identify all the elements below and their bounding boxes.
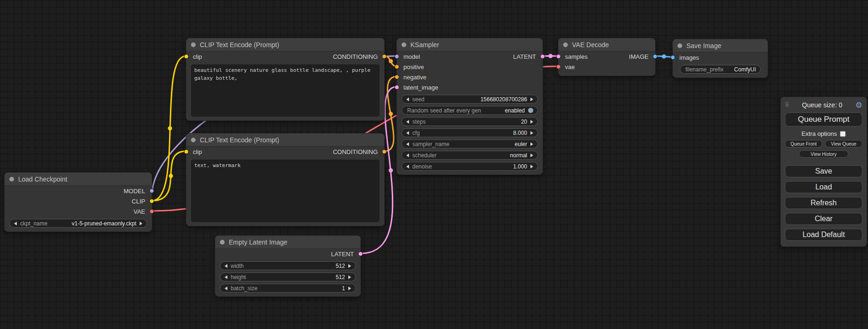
node-titlebar[interactable]: Save Image: [673, 39, 768, 52]
node-titlebar[interactable]: Empty Latent Image: [215, 236, 360, 249]
input-port-images[interactable]: [670, 55, 675, 60]
widget-label: filename_prefix: [685, 66, 723, 73]
output-row-vae: VAE: [5, 206, 152, 217]
output-label-conditioning: CONDITIONING: [333, 148, 378, 155]
node-clip-text-encode-negative[interactable]: CLIP Text Encode (Prompt) clip CONDITION…: [186, 133, 385, 226]
clear-button[interactable]: Clear: [785, 213, 862, 225]
collapse-dot-icon[interactable]: [677, 43, 682, 48]
node-titlebar[interactable]: KSampler: [397, 38, 543, 51]
node-titlebar[interactable]: CLIP Text Encode (Prompt): [186, 133, 384, 147]
widget-label: Random seed after every gen: [407, 107, 481, 114]
toggle-dot-icon[interactable]: [528, 108, 533, 113]
steps-number-widget[interactable]: steps 20: [402, 117, 538, 126]
node-vae-decode[interactable]: VAE Decode samples IMAGE vae: [558, 38, 656, 76]
increment-arrow-icon[interactable]: [530, 120, 533, 124]
decrement-arrow-icon[interactable]: [225, 264, 227, 268]
input-port-model[interactable]: [395, 54, 399, 59]
input-port-clip[interactable]: [184, 149, 189, 154]
decrement-arrow-icon[interactable]: [406, 120, 409, 124]
graph-canvas[interactable]: Load Checkpoint MODEL CLIP VAE ckpt_name…: [0, 0, 868, 329]
output-label-clip: CLIP: [132, 198, 145, 205]
collapse-dot-icon[interactable]: [9, 177, 14, 182]
next-value-arrow-icon[interactable]: [140, 222, 142, 225]
output-port-conditioning[interactable]: [382, 149, 387, 154]
prompt-text-area[interactable]: beautiful scenery nature glass bottle la…: [191, 64, 380, 117]
input-label-positive: positive: [403, 63, 424, 70]
seed-number-widget[interactable]: seed 156680208700286: [402, 95, 538, 104]
increment-arrow-icon[interactable]: [348, 264, 351, 268]
output-port-model[interactable]: [149, 189, 154, 193]
decrement-arrow-icon[interactable]: [406, 131, 409, 135]
decrement-arrow-icon[interactable]: [225, 275, 227, 279]
load-default-button[interactable]: Load Default: [785, 229, 862, 241]
decrement-arrow-icon[interactable]: [225, 287, 227, 290]
increment-arrow-icon[interactable]: [348, 287, 351, 290]
output-row-model: MODEL: [5, 186, 152, 196]
denoise-number-widget[interactable]: denoise 1.000: [402, 162, 538, 171]
input-port-clip[interactable]: [184, 54, 189, 59]
node-empty-latent-image[interactable]: Empty Latent Image LATENT width 512 heig…: [215, 235, 361, 297]
increment-arrow-icon[interactable]: [530, 131, 533, 135]
node-ksampler[interactable]: KSampler model LATENT positive negative …: [396, 38, 543, 175]
node-titlebar[interactable]: VAE Decode: [558, 38, 655, 51]
output-port-vae[interactable]: [149, 209, 154, 214]
decrement-arrow-icon[interactable]: [406, 98, 409, 101]
widget-value: euler: [515, 141, 527, 147]
output-port-conditioning[interactable]: [382, 54, 387, 59]
width-number-widget[interactable]: width 512: [220, 261, 356, 270]
extra-options-checkbox[interactable]: [840, 131, 846, 137]
output-port-clip[interactable]: [149, 199, 154, 203]
node-title: VAE Decode: [572, 41, 609, 49]
widget-label: ckpt_name: [20, 220, 48, 227]
widget-value: 20: [521, 119, 527, 125]
ckpt-name-combo-widget[interactable]: ckpt_name v1-5-pruned-emaonly.ckpt: [9, 219, 147, 228]
random-seed-toggle-widget[interactable]: Random seed after every gen enabled: [402, 106, 538, 115]
output-port-image[interactable]: [653, 54, 657, 59]
decrement-arrow-icon[interactable]: [406, 165, 409, 168]
queue-panel: ⠿ Queue size: 0 ⚙ Queue Prompt Extra opt…: [780, 97, 867, 247]
view-queue-button[interactable]: View Queue: [825, 140, 862, 147]
output-port-latent[interactable]: [358, 252, 363, 256]
filename-prefix-text-widget[interactable]: filename_prefix ComfyUI: [680, 65, 761, 74]
scheduler-combo-widget[interactable]: scheduler normal: [402, 151, 538, 160]
node-clip-text-encode-positive[interactable]: CLIP Text Encode (Prompt) clip CONDITION…: [186, 38, 385, 121]
node-load-checkpoint[interactable]: Load Checkpoint MODEL CLIP VAE ckpt_name…: [4, 172, 152, 232]
height-number-widget[interactable]: height 512: [220, 273, 356, 281]
prev-value-arrow-icon[interactable]: [406, 154, 409, 157]
input-port-positive[interactable]: [395, 64, 399, 69]
node-save-image[interactable]: Save Image images filename_prefix ComfyU…: [672, 39, 768, 78]
prev-value-arrow-icon[interactable]: [14, 222, 17, 225]
input-port-latent-image[interactable]: [395, 85, 399, 90]
queue-prompt-button[interactable]: Queue Prompt: [785, 112, 862, 126]
next-value-arrow-icon[interactable]: [530, 154, 533, 157]
view-history-button[interactable]: View History: [799, 150, 848, 158]
input-port-vae[interactable]: [556, 64, 561, 69]
increment-arrow-icon[interactable]: [530, 98, 533, 101]
collapse-dot-icon[interactable]: [220, 240, 225, 245]
output-port-latent[interactable]: [540, 54, 545, 59]
save-button[interactable]: Save: [785, 165, 862, 177]
increment-arrow-icon[interactable]: [348, 275, 351, 279]
increment-arrow-icon[interactable]: [530, 165, 533, 168]
collapse-dot-icon[interactable]: [191, 138, 196, 142]
input-port-negative[interactable]: [395, 75, 399, 79]
prev-value-arrow-icon[interactable]: [406, 142, 409, 146]
collapse-dot-icon[interactable]: [402, 42, 406, 47]
collapse-dot-icon[interactable]: [563, 42, 568, 47]
load-button[interactable]: Load: [785, 181, 862, 193]
prompt-text-area[interactable]: text, watermark: [191, 160, 380, 222]
drag-handle-icon[interactable]: ⠿: [785, 102, 789, 108]
queue-front-button[interactable]: Queue Front: [785, 140, 822, 147]
settings-gear-icon[interactable]: ⚙: [855, 101, 862, 109]
node-titlebar[interactable]: CLIP Text Encode (Prompt): [186, 38, 384, 51]
input-port-samples[interactable]: [556, 54, 561, 59]
refresh-button[interactable]: Refresh: [785, 197, 862, 209]
sampler-name-combo-widget[interactable]: sampler_name euler: [402, 140, 538, 148]
collapse-dot-icon[interactable]: [191, 42, 196, 47]
batch-size-number-widget[interactable]: batch_size 1: [220, 284, 356, 293]
node-titlebar[interactable]: Load Checkpoint: [5, 173, 152, 186]
input-label-latent-image: latent_image: [403, 84, 438, 91]
next-value-arrow-icon[interactable]: [530, 142, 533, 146]
cfg-number-widget[interactable]: cfg 8.000: [402, 128, 538, 137]
output-row-latent: LATENT: [215, 249, 360, 259]
